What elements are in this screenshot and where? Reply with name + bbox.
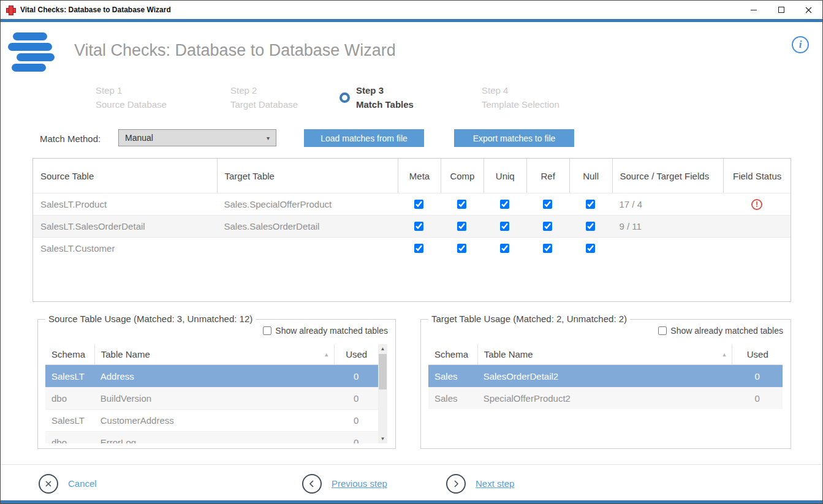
header-table-name-label: Table Name: [101, 349, 150, 359]
schema-cell: Sales: [428, 393, 477, 404]
app-window: Vital Checks: Database to Database Wizar…: [0, 0, 823, 504]
header-null: Null: [569, 159, 612, 193]
target-table-cell: Sales.SpecialOfferProduct: [217, 199, 398, 209]
header-ref: Ref: [526, 159, 569, 193]
list-item[interactable]: SalesLT Address 0: [45, 365, 378, 387]
step-name: Source Database: [96, 97, 167, 111]
comp-checkbox[interactable]: [457, 244, 466, 253]
header-meta: Meta: [398, 159, 441, 193]
uniq-checkbox[interactable]: [500, 222, 509, 231]
vertical-scrollbar[interactable]: ▲ ▼: [378, 344, 387, 443]
header-schema[interactable]: Schema: [428, 344, 477, 364]
top-accent-bar: [1, 19, 822, 22]
target-usage-title: Target Table Usage (Matched: 2, Unmatche…: [428, 314, 630, 324]
header-table-name[interactable]: Table Name ▲: [477, 344, 732, 364]
show-matched-label: Show already matched tables: [670, 326, 783, 336]
meta-checkbox[interactable]: [414, 222, 423, 231]
table-row[interactable]: SalesLT.SalesOrderDetail Sales.SalesOrde…: [33, 215, 791, 237]
window-title: Vital Checks: Database to Database Wizar…: [20, 6, 171, 14]
comp-checkbox[interactable]: [457, 222, 466, 231]
cancel-label: Cancel: [68, 478, 97, 489]
source-table-cell: SalesLT.SalesOrderDetail: [33, 221, 217, 231]
scroll-up-icon[interactable]: ▲: [378, 344, 387, 353]
header-used[interactable]: Used: [732, 344, 783, 364]
export-matches-button[interactable]: Export matches to file: [454, 129, 574, 147]
list-item[interactable]: Sales SalesOrderDetail2 0: [428, 365, 783, 387]
show-matched-checkbox[interactable]: [263, 326, 271, 335]
table-name-cell: ErrorLog: [94, 437, 335, 443]
null-checkbox[interactable]: [586, 244, 595, 253]
info-icon[interactable]: i: [792, 36, 809, 53]
step-label: Step 4: [482, 83, 559, 97]
footer-bar: Cancel Previous step Next step: [1, 464, 822, 502]
ref-checkbox[interactable]: [543, 222, 552, 231]
close-button[interactable]: [795, 1, 822, 19]
show-matched-tables-toggle[interactable]: Show already matched tables: [658, 326, 783, 336]
field-status-error-icon[interactable]: !: [751, 199, 762, 210]
uniq-checkbox[interactable]: [500, 200, 509, 209]
source-table-cell: SalesLT.Customer: [33, 243, 217, 254]
table-row[interactable]: SalesLT.Customer: [33, 237, 791, 259]
list-item[interactable]: dbo BuildVersion 0: [45, 387, 378, 409]
chevron-right-icon: [446, 474, 466, 494]
list-item[interactable]: SalesLT CustomerAddress 0: [45, 409, 378, 431]
table-name-cell: CustomerAddress: [94, 415, 335, 426]
app-logo-icon: [8, 32, 55, 74]
null-checkbox[interactable]: [586, 200, 595, 209]
step-name: Template Selection: [482, 97, 559, 111]
cancel-button[interactable]: Cancel: [39, 465, 97, 502]
scrollbar-thumb[interactable]: [379, 354, 387, 389]
table-name-cell: SpecialOfferProduct2: [477, 393, 732, 404]
ref-checkbox[interactable]: [543, 244, 552, 253]
used-cell: 0: [334, 437, 378, 443]
used-cell: 0: [334, 371, 378, 382]
target-table-cell: Sales.SalesOrderDetail: [217, 221, 398, 231]
list-item[interactable]: Sales SpecialOfferProduct2 0: [428, 387, 783, 409]
minimize-button[interactable]: [740, 1, 767, 19]
list-item[interactable]: dbo ErrorLog 0: [45, 431, 378, 443]
minimize-icon: [751, 10, 757, 10]
step-4-template-selection: Step 4 Template Selection: [482, 83, 559, 111]
header-table-name-label: Table Name: [484, 349, 533, 359]
header-used[interactable]: Used: [334, 344, 378, 364]
step-name: Match Tables: [356, 97, 414, 111]
comp-checkbox[interactable]: [457, 200, 466, 209]
header-field-status: Field Status: [723, 159, 791, 193]
load-matches-button[interactable]: Load matches from file: [304, 129, 424, 147]
cancel-icon: [39, 474, 58, 494]
uniq-checkbox[interactable]: [500, 244, 509, 253]
source-table-cell: SalesLT.Product: [33, 199, 217, 209]
match-method-label: Match Method:: [40, 134, 101, 144]
meta-checkbox[interactable]: [414, 244, 423, 253]
schema-cell: SalesLT: [45, 371, 94, 382]
show-matched-tables-toggle[interactable]: Show already matched tables: [263, 326, 388, 336]
active-step-icon: [339, 92, 350, 103]
bottom-accent-bar: [1, 500, 822, 503]
scroll-down-icon[interactable]: ▼: [378, 434, 387, 443]
show-matched-checkbox[interactable]: [658, 326, 667, 335]
maximize-button[interactable]: [767, 1, 795, 19]
meta-checkbox[interactable]: [414, 200, 423, 209]
target-usage-table: Schema Table Name ▲ Used Sales SalesOrde…: [428, 344, 783, 443]
source-usage-rows: SalesLT Address 0 dbo BuildVersion 0 Sal…: [45, 365, 378, 443]
match-table: Source Table Target Table Meta Comp Uniq…: [32, 158, 791, 302]
table-row[interactable]: SalesLT.Product Sales.SpecialOfferProduc…: [33, 193, 791, 215]
step-2-target-database: Step 2 Target Database: [230, 83, 298, 111]
sort-ascending-icon: ▲: [324, 352, 329, 358]
next-step-button[interactable]: Next step: [446, 465, 514, 502]
fields-count-cell: 17 / 4: [612, 199, 724, 209]
table-name-cell: Address: [94, 371, 335, 382]
title-bar: Vital Checks: Database to Database Wizar…: [1, 1, 822, 19]
previous-step-label: Previous step: [332, 478, 387, 489]
null-checkbox[interactable]: [586, 222, 595, 231]
step-name: Target Database: [230, 97, 298, 111]
step-3-match-tables: Step 3 Match Tables: [339, 83, 414, 111]
header-schema[interactable]: Schema: [45, 344, 94, 364]
next-step-label: Next step: [476, 478, 514, 489]
previous-step-button[interactable]: Previous step: [302, 465, 387, 502]
sort-ascending-icon: ▲: [722, 352, 727, 358]
table-name-cell: SalesOrderDetail2: [477, 371, 732, 382]
match-method-select[interactable]: Manual ▾: [118, 129, 276, 146]
ref-checkbox[interactable]: [543, 200, 552, 209]
header-table-name[interactable]: Table Name ▲: [94, 344, 335, 364]
